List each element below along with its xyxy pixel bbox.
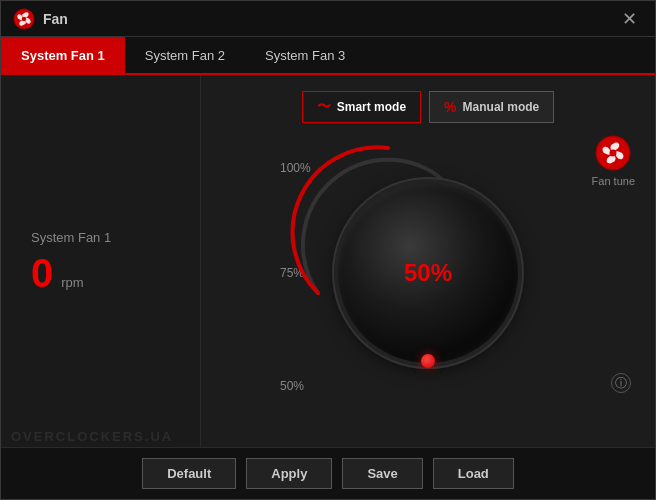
manual-mode-button[interactable]: % Manual mode	[429, 91, 554, 123]
close-button[interactable]: ✕	[616, 8, 643, 30]
svg-point-3	[610, 150, 617, 157]
fan-rpm-unit: rpm	[61, 275, 83, 290]
fan-name-label: System Fan 1	[31, 230, 170, 245]
main-window: Fan ✕ System Fan 1 System Fan 2 System F…	[0, 0, 656, 500]
left-panel: System Fan 1 0 rpm	[1, 75, 201, 447]
smart-mode-icon: 〜	[317, 98, 331, 116]
app-icon	[13, 8, 35, 30]
tab-bar: System Fan 1 System Fan 2 System Fan 3	[1, 37, 655, 75]
bottom-bar: Default Apply Save Load	[1, 447, 655, 499]
tab-system-fan-1[interactable]: System Fan 1	[1, 37, 125, 73]
tab-system-fan-3[interactable]: System Fan 3	[245, 37, 365, 73]
fan-knob[interactable]: 50%	[338, 183, 518, 363]
knob-value-label: 50%	[404, 259, 452, 287]
scale-50-label: 50%	[280, 379, 304, 393]
right-panel: 〜 Smart mode % Manual mode 100% 75% 50%	[201, 75, 655, 447]
window-title: Fan	[43, 11, 68, 27]
smart-mode-button[interactable]: 〜 Smart mode	[302, 91, 421, 123]
smart-mode-label: Smart mode	[337, 100, 406, 114]
manual-mode-icon: %	[444, 99, 456, 115]
watermark: OVERCLOCKERS.UA	[11, 429, 173, 444]
fan-tune-button[interactable]: Fan tune	[592, 135, 635, 187]
fan-tune-label: Fan tune	[592, 175, 635, 187]
info-icon[interactable]: ⓘ	[611, 373, 631, 393]
tab-system-fan-2[interactable]: System Fan 2	[125, 37, 245, 73]
knob-container: 100% 75% 50% 50%	[298, 143, 558, 403]
default-button[interactable]: Default	[142, 458, 236, 489]
mode-buttons: 〜 Smart mode % Manual mode	[302, 91, 555, 123]
knob-indicator-dot	[421, 354, 435, 368]
title-left: Fan	[13, 8, 68, 30]
fan-rpm-value: 0	[31, 253, 53, 293]
apply-button[interactable]: Apply	[246, 458, 332, 489]
title-bar: Fan ✕	[1, 1, 655, 37]
manual-mode-label: Manual mode	[463, 100, 540, 114]
svg-point-1	[22, 16, 27, 21]
fan-tune-icon	[595, 135, 631, 171]
main-content: System Fan 1 0 rpm 〜 Smart mode % Manual…	[1, 75, 655, 447]
load-button[interactable]: Load	[433, 458, 514, 489]
save-button[interactable]: Save	[342, 458, 422, 489]
